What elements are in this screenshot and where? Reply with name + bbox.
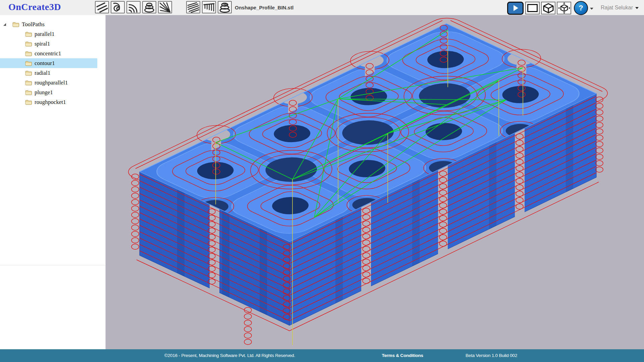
help-button[interactable]: ? [574,1,588,15]
tree-item-label: contour1 [35,60,55,67]
help-dropdown-caret-icon[interactable] [590,8,593,10]
folder-icon [25,100,32,105]
toolpath-tree: ToolPaths parallel1 spiral1 concentric1 … [0,15,105,107]
plunge-button[interactable] [202,1,216,13]
tree-item-label: roughpocket1 [35,99,66,106]
tree-item-parallel1[interactable]: parallel1 [0,29,97,39]
tree-item-plunge1[interactable]: plunge1 [0,87,97,97]
fit-view-button[interactable] [557,2,571,14]
toolpath-tree-panel: ToolPaths parallel1 spiral1 concentric1 … [0,15,106,349]
dense-parallel-lines-icon [187,2,199,13]
app-logo: OnCreate3D [8,2,61,12]
parallel-toolpath-button[interactable] [95,1,109,13]
concentric-toolpath-button[interactable] [126,1,141,13]
folder-icon [25,70,32,76]
stacked-disks-icon [219,2,231,13]
user-caret-icon [635,7,639,9]
fit-view-cube-icon [558,2,570,14]
radial-lines-icon [159,2,171,13]
tree-root-label: ToolPaths [22,21,45,28]
3d-scene [106,15,644,349]
folder-icon [25,32,32,37]
tree-item-radial1[interactable]: radial1 [0,68,97,78]
plunge-comb-icon [203,2,215,13]
footer-bar: ©2016 - Present, Machining Software Pvt.… [0,349,644,362]
user-menu[interactable]: Rajat Selukar [601,0,639,15]
tree-item-label: concentric1 [35,50,61,57]
concentric-arcs-icon [127,2,140,13]
version-text: Beta Version 1.0 Build 002 [466,349,517,362]
stock-view-button[interactable] [525,2,540,14]
folder-icon [25,61,32,66]
radial-toolpath-button[interactable] [158,1,172,13]
spiral-icon [112,2,124,13]
rough-toolbar [186,1,232,13]
folder-icon [25,41,32,47]
expander-icon[interactable] [3,23,6,26]
view-toolbar: ? [507,1,593,15]
folder-icon [25,80,32,85]
folder-icon [25,51,32,56]
header-bar: OnCreate3D [0,0,644,15]
contour-toolpath-button[interactable] [142,1,156,13]
copyright-text: ©2016 - Present, Machining Software Pvt.… [164,349,295,362]
3d-viewport[interactable] [106,15,644,349]
tree-item-contour1[interactable]: contour1 [0,58,97,68]
tree-item-label: roughparallel1 [35,79,68,86]
spiral-toolpath-button[interactable] [111,1,125,13]
terms-link[interactable]: Terms & Conditions [382,349,423,362]
help-label: ? [579,4,583,12]
play-icon [514,5,518,11]
tree-item-label: parallel1 [35,31,54,38]
tree-item-roughpocket1[interactable]: roughpocket1 [0,97,97,107]
rough-parallel-button[interactable] [186,1,200,13]
sidebar-divider [0,265,105,265]
tree-item-label: radial1 [35,70,50,76]
iso-view-button[interactable] [541,2,555,14]
open-filename: Onshape_Profile_BIN.stl [235,0,293,15]
parallel-lines-icon [96,2,108,13]
tree-item-roughparallel1[interactable]: roughparallel1 [0,78,97,87]
tree-item-concentric1[interactable]: concentric1 [0,49,97,58]
iso-cube-icon [543,3,554,13]
stacked-contours-icon [143,2,155,13]
tree-item-label: plunge1 [35,89,53,96]
tree-item-label: spiral1 [35,41,50,47]
stock-outline-icon [527,4,538,12]
user-name: Rajat Selukar [601,5,633,11]
oncreate3d-app: OnCreate3D [0,0,644,362]
tree-root-toolpaths[interactable]: ToolPaths [0,19,97,29]
folder-icon [12,22,19,27]
rough-pocket-button[interactable] [218,1,232,13]
simulate-play-button[interactable] [507,2,524,15]
folder-icon [25,90,32,95]
tree-item-spiral1[interactable]: spiral1 [0,39,97,49]
toolpath-toolbar [95,1,172,13]
